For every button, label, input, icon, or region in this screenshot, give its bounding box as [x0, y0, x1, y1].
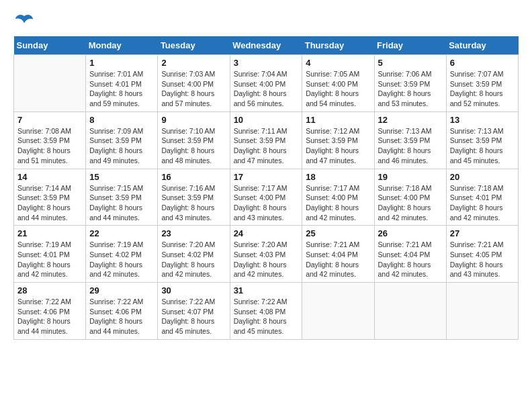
calendar-week-row: 14Sunrise: 7:14 AMSunset: 3:59 PMDayligh…: [14, 169, 519, 226]
calendar-cell: [302, 283, 374, 340]
day-detail: Sunrise: 7:17 AMSunset: 4:00 PMDaylight:…: [306, 183, 370, 223]
calendar-cell: 7Sunrise: 7:08 AMSunset: 3:59 PMDaylight…: [14, 111, 86, 169]
day-number: 3: [234, 58, 299, 68]
day-detail: Sunrise: 7:12 AMSunset: 3:59 PMDaylight:…: [306, 126, 370, 166]
day-number: 1: [89, 58, 154, 68]
calendar-cell: 3Sunrise: 7:04 AMSunset: 4:00 PMDaylight…: [230, 55, 302, 112]
calendar-cell: 29Sunrise: 7:22 AMSunset: 4:06 PMDayligh…: [86, 283, 158, 340]
day-detail: Sunrise: 7:09 AMSunset: 3:59 PMDaylight:…: [89, 126, 154, 166]
day-number: 5: [378, 58, 443, 68]
calendar-cell: 27Sunrise: 7:21 AMSunset: 4:05 PMDayligh…: [446, 226, 518, 283]
header-wednesday: Wednesday: [230, 36, 302, 55]
calendar-cell: 6Sunrise: 7:07 AMSunset: 3:59 PMDaylight…: [446, 55, 518, 112]
calendar-cell: 23Sunrise: 7:20 AMSunset: 4:02 PMDayligh…: [158, 226, 230, 283]
calendar-cell: 31Sunrise: 7:22 AMSunset: 4:08 PMDayligh…: [230, 283, 302, 340]
day-detail: Sunrise: 7:20 AMSunset: 4:02 PMDaylight:…: [161, 240, 226, 279]
day-number: 7: [17, 115, 82, 125]
day-detail: Sunrise: 7:15 AMSunset: 3:59 PMDaylight:…: [89, 183, 154, 223]
header-saturday: Saturday: [446, 36, 518, 55]
day-detail: Sunrise: 7:17 AMSunset: 4:00 PMDaylight:…: [234, 183, 299, 223]
day-detail: Sunrise: 7:21 AMSunset: 4:05 PMDaylight:…: [450, 240, 515, 279]
calendar-header-row: SundayMondayTuesdayWednesdayThursdayFrid…: [14, 36, 519, 55]
day-number: 9: [161, 115, 226, 125]
calendar-cell: 17Sunrise: 7:17 AMSunset: 4:00 PMDayligh…: [230, 169, 302, 226]
calendar-cell: 28Sunrise: 7:22 AMSunset: 4:06 PMDayligh…: [14, 283, 86, 340]
day-detail: Sunrise: 7:14 AMSunset: 3:59 PMDaylight:…: [17, 183, 82, 223]
calendar-week-row: 1Sunrise: 7:01 AMSunset: 4:01 PMDaylight…: [14, 55, 519, 112]
day-number: 14: [17, 172, 82, 182]
day-number: 29: [89, 285, 154, 295]
calendar-cell: 26Sunrise: 7:21 AMSunset: 4:04 PMDayligh…: [374, 226, 446, 283]
day-number: 21: [17, 228, 82, 238]
day-number: 16: [161, 172, 226, 182]
day-detail: Sunrise: 7:22 AMSunset: 4:06 PMDaylight:…: [17, 297, 82, 336]
day-detail: Sunrise: 7:18 AMSunset: 4:01 PMDaylight:…: [450, 183, 515, 223]
calendar-cell: 22Sunrise: 7:19 AMSunset: 4:02 PMDayligh…: [86, 226, 158, 283]
calendar-cell: 4Sunrise: 7:05 AMSunset: 4:00 PMDaylight…: [302, 55, 374, 112]
calendar-cell: 14Sunrise: 7:14 AMSunset: 3:59 PMDayligh…: [14, 169, 86, 226]
day-detail: Sunrise: 7:04 AMSunset: 4:00 PMDaylight:…: [234, 69, 299, 109]
calendar-cell: 16Sunrise: 7:16 AMSunset: 3:59 PMDayligh…: [158, 169, 230, 226]
header-thursday: Thursday: [302, 36, 374, 55]
page-header: [13, 13, 519, 26]
day-detail: Sunrise: 7:10 AMSunset: 3:59 PMDaylight:…: [161, 126, 226, 166]
header-sunday: Sunday: [14, 36, 86, 55]
calendar-cell: 19Sunrise: 7:18 AMSunset: 4:00 PMDayligh…: [374, 169, 446, 226]
day-number: 4: [306, 58, 370, 68]
day-number: 11: [306, 115, 370, 125]
day-number: 10: [234, 115, 299, 125]
day-number: 6: [450, 58, 515, 68]
day-number: 25: [306, 228, 370, 238]
day-detail: Sunrise: 7:07 AMSunset: 3:59 PMDaylight:…: [450, 69, 515, 109]
day-number: 17: [234, 172, 299, 182]
day-number: 19: [378, 172, 443, 182]
day-detail: Sunrise: 7:06 AMSunset: 3:59 PMDaylight:…: [378, 69, 443, 109]
day-detail: Sunrise: 7:19 AMSunset: 4:02 PMDaylight:…: [89, 240, 154, 279]
day-number: 2: [161, 58, 226, 68]
day-detail: Sunrise: 7:21 AMSunset: 4:04 PMDaylight:…: [306, 240, 370, 279]
calendar-cell: 9Sunrise: 7:10 AMSunset: 3:59 PMDaylight…: [158, 111, 230, 169]
logo-bird-icon: [15, 13, 34, 28]
calendar-cell: 18Sunrise: 7:17 AMSunset: 4:00 PMDayligh…: [302, 169, 374, 226]
day-number: 20: [450, 172, 515, 182]
day-detail: Sunrise: 7:19 AMSunset: 4:01 PMDaylight:…: [17, 240, 82, 279]
calendar-week-row: 21Sunrise: 7:19 AMSunset: 4:01 PMDayligh…: [14, 226, 519, 283]
day-number: 27: [450, 228, 515, 238]
day-detail: Sunrise: 7:21 AMSunset: 4:04 PMDaylight:…: [378, 240, 443, 279]
day-number: 12: [378, 115, 443, 125]
calendar-cell: 30Sunrise: 7:22 AMSunset: 4:07 PMDayligh…: [158, 283, 230, 340]
calendar-cell: 12Sunrise: 7:13 AMSunset: 3:59 PMDayligh…: [374, 111, 446, 169]
header-friday: Friday: [374, 36, 446, 55]
calendar-cell: 11Sunrise: 7:12 AMSunset: 3:59 PMDayligh…: [302, 111, 374, 169]
day-detail: Sunrise: 7:05 AMSunset: 4:00 PMDaylight:…: [306, 69, 370, 109]
header-tuesday: Tuesday: [158, 36, 230, 55]
calendar-cell: 13Sunrise: 7:13 AMSunset: 3:59 PMDayligh…: [446, 111, 518, 169]
day-number: 24: [234, 228, 299, 238]
calendar-cell: 21Sunrise: 7:19 AMSunset: 4:01 PMDayligh…: [14, 226, 86, 283]
day-number: 28: [17, 285, 82, 295]
day-number: 26: [378, 228, 443, 238]
calendar-cell: [374, 283, 446, 340]
calendar-cell: 10Sunrise: 7:11 AMSunset: 3:59 PMDayligh…: [230, 111, 302, 169]
calendar-cell: 25Sunrise: 7:21 AMSunset: 4:04 PMDayligh…: [302, 226, 374, 283]
calendar-cell: 5Sunrise: 7:06 AMSunset: 3:59 PMDaylight…: [374, 55, 446, 112]
calendar-week-row: 28Sunrise: 7:22 AMSunset: 4:06 PMDayligh…: [14, 283, 519, 340]
day-detail: Sunrise: 7:08 AMSunset: 3:59 PMDaylight:…: [17, 126, 82, 166]
calendar-cell: [14, 55, 86, 112]
day-detail: Sunrise: 7:13 AMSunset: 3:59 PMDaylight:…: [450, 126, 515, 166]
day-detail: Sunrise: 7:01 AMSunset: 4:01 PMDaylight:…: [89, 69, 154, 109]
day-number: 30: [161, 285, 226, 295]
calendar-table: SundayMondayTuesdayWednesdayThursdayFrid…: [13, 36, 519, 340]
calendar-cell: 20Sunrise: 7:18 AMSunset: 4:01 PMDayligh…: [446, 169, 518, 226]
logo: [13, 13, 34, 26]
day-number: 18: [306, 172, 370, 182]
day-detail: Sunrise: 7:13 AMSunset: 3:59 PMDaylight:…: [378, 126, 443, 166]
calendar-cell: 2Sunrise: 7:03 AMSunset: 4:00 PMDaylight…: [158, 55, 230, 112]
day-number: 8: [89, 115, 154, 125]
day-number: 15: [89, 172, 154, 182]
calendar-week-row: 7Sunrise: 7:08 AMSunset: 3:59 PMDaylight…: [14, 111, 519, 169]
calendar-cell: 8Sunrise: 7:09 AMSunset: 3:59 PMDaylight…: [86, 111, 158, 169]
day-detail: Sunrise: 7:03 AMSunset: 4:00 PMDaylight:…: [161, 69, 226, 109]
day-number: 13: [450, 115, 515, 125]
day-detail: Sunrise: 7:16 AMSunset: 3:59 PMDaylight:…: [161, 183, 226, 223]
